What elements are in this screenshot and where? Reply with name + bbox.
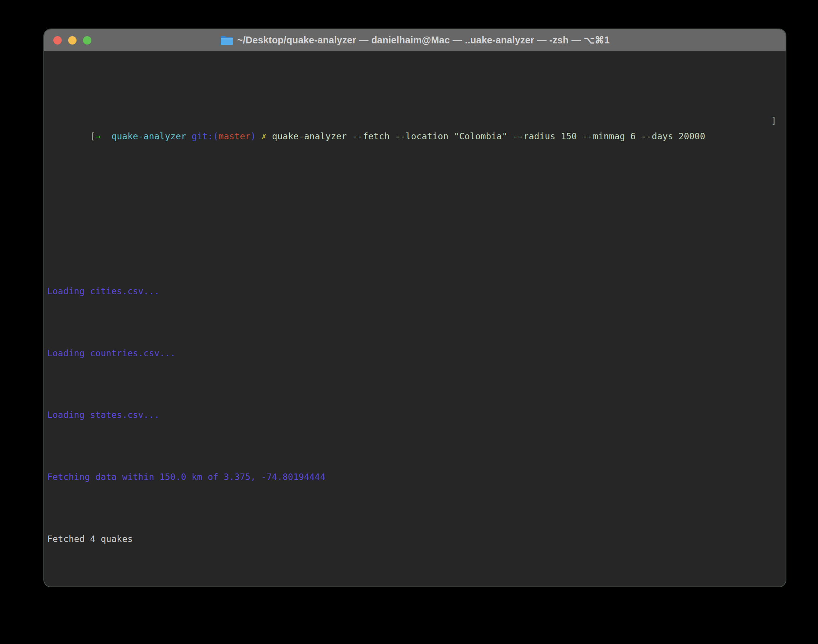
titlebar[interactable]: ~/Desktop/quake-analyzer — danielhaim@Ma… [44, 29, 786, 51]
command-text: quake-analyzer --fetch --location "Colom… [267, 131, 705, 141]
spacer [256, 131, 261, 141]
spacer [186, 131, 192, 141]
git-branch: master [219, 131, 251, 141]
output-text: Loading states.csv... [47, 410, 160, 420]
output-text: Loading cities.csv... [47, 286, 160, 296]
terminal-line-output: Loading cities.csv... [47, 284, 782, 299]
terminal-line-output: Fetched 4 quakes [47, 531, 782, 547]
line-start-mark: [ [90, 131, 95, 141]
traffic-lights [53, 29, 91, 51]
output-text: Fetched 4 quakes [47, 534, 133, 544]
terminal-blank-line [47, 222, 782, 237]
close-button[interactable] [53, 36, 62, 45]
terminal-window: ~/Desktop/quake-analyzer — danielhaim@Ma… [43, 29, 786, 587]
terminal-line-output: Loading states.csv... [47, 407, 782, 423]
output-text: Fetching data within 150.0 km of 3.375, … [47, 472, 325, 482]
git-prefix: git:( [192, 131, 218, 141]
minimize-button[interactable] [68, 36, 77, 45]
folder-icon[interactable] [220, 35, 233, 46]
terminal-line-output: Loading countries.csv... [47, 346, 782, 361]
title-group: ~/Desktop/quake-analyzer — danielhaim@Ma… [220, 35, 610, 46]
prompt-directory: quake-analyzer [112, 131, 187, 141]
terminal-line-output: Fetching data within 150.0 km of 3.375, … [47, 469, 782, 485]
zoom-button[interactable] [83, 36, 91, 45]
terminal-output[interactable]: [→ quake-analyzer git:(master) ✗ quake-a… [44, 51, 786, 587]
prompt-arrow: → [95, 131, 101, 141]
desktop-background: ~/Desktop/quake-analyzer — danielhaim@Ma… [0, 0, 818, 644]
output-text: Loading countries.csv... [47, 348, 176, 358]
window-title: ~/Desktop/quake-analyzer — danielhaim@Ma… [237, 35, 610, 46]
git-suffix: ) [251, 131, 256, 141]
spacer [101, 131, 112, 141]
git-dirty-icon: ✗ [261, 131, 267, 141]
line-end-mark: ] [771, 113, 776, 129]
terminal-line-prompt: [→ quake-analyzer git:(master) ✗ quake-a… [47, 113, 782, 175]
